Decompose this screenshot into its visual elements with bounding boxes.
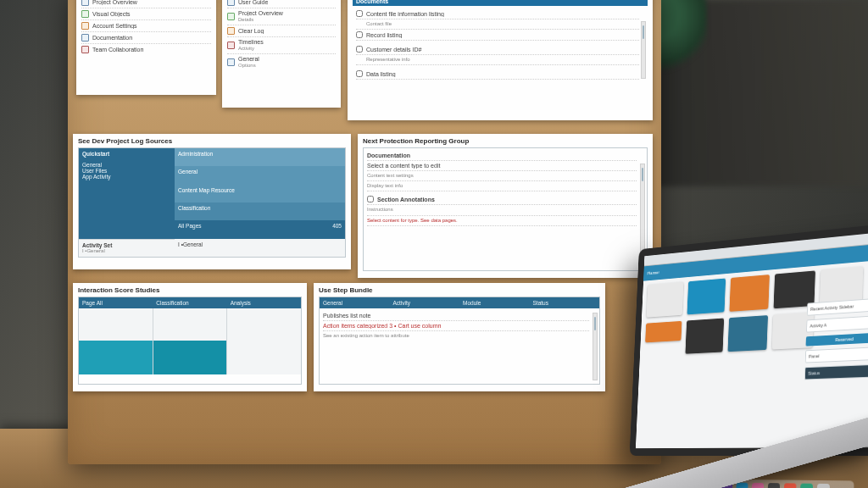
checkbox[interactable] (367, 196, 374, 202)
column-header: Page All (79, 297, 153, 308)
primary-button[interactable]: Reserved (805, 332, 868, 346)
checkbox[interactable] (356, 70, 363, 77)
section-label: Documentation (367, 151, 637, 161)
sidebar: Recent Activity Sidebar Activity A Reser… (804, 297, 868, 380)
panel-title: Use Step Bundle (319, 286, 600, 294)
list-item: Project OverviewDetails (227, 8, 336, 25)
row-label: General (175, 166, 345, 184)
panel-title: See Dev Project Log Sources (78, 137, 346, 145)
row-label: Administration (175, 148, 345, 166)
column-header: General (320, 297, 390, 308)
tile[interactable] (685, 319, 724, 354)
warning-text: Action items categorized 3 • Cart use co… (323, 323, 589, 329)
sidebar-item[interactable]: Status (804, 363, 868, 380)
scrollbar[interactable] (641, 21, 646, 79)
scrollbar[interactable] (593, 313, 598, 380)
item-label: Project Overview (92, 0, 211, 5)
list-item: GeneralOptions (227, 54, 336, 70)
panel-title: Interaction Score Studies (78, 286, 302, 294)
text-line: Content file information listing (356, 8, 639, 19)
list-item: TimelinesActivity (227, 37, 336, 54)
section-label: Section Annotations (377, 197, 435, 202)
checkbox[interactable] (356, 10, 363, 17)
column-header: Analysis (227, 297, 301, 308)
table-cell (227, 308, 301, 341)
laptop: Planner Recent Activity Sidebar Activity… (630, 222, 868, 456)
table-cell (153, 341, 228, 374)
table-cell (79, 341, 153, 374)
sidebar-item[interactable]: Panel (805, 347, 868, 363)
row-label: I •General (175, 239, 345, 257)
row-label: Content Map Resource (175, 185, 345, 202)
subheader: Quickstart (79, 148, 175, 159)
list-item: User Guide (227, 0, 336, 8)
text-line: Publishes list note (323, 313, 589, 319)
tile[interactable] (647, 282, 684, 318)
list-item: Project Overview (81, 0, 211, 8)
list-item: Account Settings (81, 20, 211, 32)
list-item: Clear Log (227, 25, 336, 37)
nav-item[interactable]: User Files (82, 168, 171, 174)
nav-item[interactable]: App Activity (82, 174, 171, 180)
panel-title: Next Protection Reporting Group (363, 137, 648, 145)
row-label: Classification (175, 202, 345, 220)
checkbox[interactable] (356, 46, 363, 53)
text-line: Select a content type to edit (367, 163, 637, 169)
list-item: Team Collaboration (81, 44, 211, 55)
column-header: Classification (153, 297, 226, 308)
row-value: 405 (332, 223, 342, 236)
warning-text: Select content for type. See data pages. (367, 218, 637, 224)
text-line: See an existing action item to attribute (323, 333, 589, 339)
table-cell (227, 341, 301, 374)
column-header: Activity (390, 297, 460, 308)
table-row: All Pages405 (175, 220, 345, 238)
checkbox[interactable] (356, 31, 363, 38)
list-item: Visual Objects (81, 8, 211, 20)
table-cell (153, 308, 228, 341)
footer-label: Activity Set (82, 242, 171, 248)
column-header: Module (459, 297, 530, 308)
tile[interactable] (645, 321, 682, 343)
sidebar-item[interactable]: Activity A (806, 315, 868, 333)
table-cell (79, 308, 153, 341)
panel-title: Documents (353, 0, 648, 6)
column-header: Status (530, 297, 600, 308)
sidebar-title: Recent Activity Sidebar (807, 297, 868, 316)
tile[interactable] (687, 279, 726, 315)
tile[interactable] (729, 274, 769, 312)
nav-item[interactable]: General (82, 162, 171, 168)
list-item: Documentation (81, 32, 211, 44)
tile[interactable] (727, 315, 768, 352)
